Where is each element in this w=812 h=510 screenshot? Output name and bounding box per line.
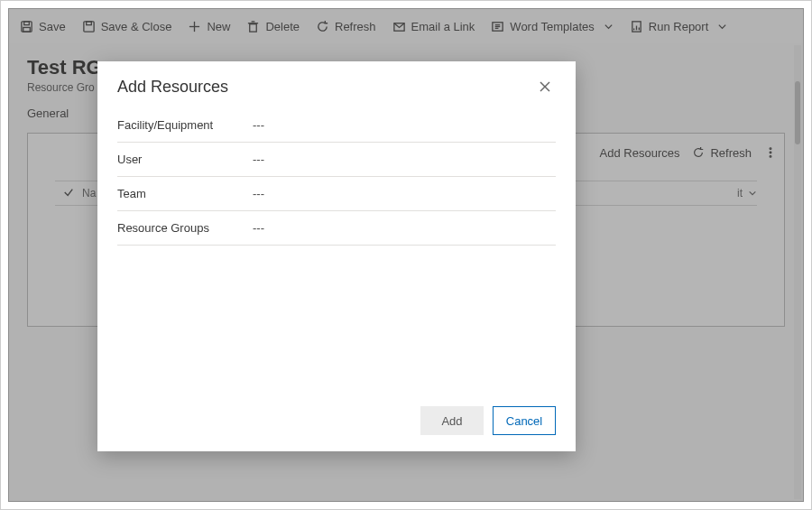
field-resource-groups[interactable]: Resource Groups --- xyxy=(117,211,556,246)
field-user[interactable]: User --- xyxy=(117,143,556,177)
field-user-label: User xyxy=(117,153,253,166)
cancel-button-label: Cancel xyxy=(506,414,542,428)
field-team-label: Team xyxy=(117,187,253,200)
add-resources-dialog: Add Resources Facility/Equipment --- Use… xyxy=(97,61,576,451)
close-icon xyxy=(539,80,551,93)
field-resource-groups-value: --- xyxy=(253,221,264,235)
app-surface: Save Save & Close New Delete Refresh Ema… xyxy=(8,8,804,502)
field-user-value: --- xyxy=(253,153,264,166)
cancel-button[interactable]: Cancel xyxy=(493,406,556,435)
field-team[interactable]: Team --- xyxy=(117,177,556,211)
add-button[interactable]: Add xyxy=(420,406,484,435)
dialog-title: Add Resources xyxy=(117,78,228,97)
field-facility-equipment[interactable]: Facility/Equipment --- xyxy=(117,108,556,143)
dialog-header: Add Resources xyxy=(97,61,576,105)
dialog-close-button[interactable] xyxy=(534,76,556,97)
field-facility-value: --- xyxy=(253,118,264,132)
field-resource-groups-label: Resource Groups xyxy=(117,221,253,235)
dialog-body: Facility/Equipment --- User --- Team ---… xyxy=(97,105,576,395)
add-button-label: Add xyxy=(441,414,462,428)
dialog-footer: Add Cancel xyxy=(97,395,576,451)
field-facility-label: Facility/Equipment xyxy=(117,118,253,132)
field-team-value: --- xyxy=(253,187,264,200)
